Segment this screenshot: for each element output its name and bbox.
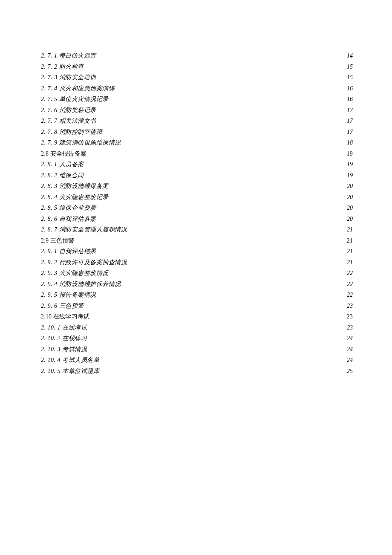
toc-entry[interactable]: 2. 9. 6 三色预警23 — [41, 301, 353, 312]
toc-leader-dots — [98, 106, 346, 112]
toc-entry-page: 25 — [345, 366, 353, 377]
toc-entry-number: 2. 7. 7 — [41, 118, 58, 124]
toc-entry[interactable]: 2. 9. 4 消防设施维护保养情况22 — [41, 279, 353, 290]
toc-entry[interactable]: 2. 7. 5 单位火灾情况记录16 — [41, 94, 353, 105]
toc-entry-page: 24 — [345, 333, 353, 344]
toc-entry[interactable]: 2. 8. 4 火灾隐患整改记录20 — [41, 192, 353, 203]
toc-entry[interactable]: 2. 8. 2 维保合同19 — [41, 170, 353, 181]
toc-leader-dots — [123, 139, 346, 145]
toc-entry[interactable]: 2. 8. 7 消防安全管理人履职情况21 — [41, 224, 353, 235]
toc-entry-number: 2. 8. 3 — [41, 183, 58, 189]
toc-entry[interactable]: 2. 8. 3 消防设施维保备案20 — [41, 181, 353, 192]
toc-leader-dots — [110, 193, 346, 199]
toc-entry-title: 维保企业资质 — [59, 205, 96, 211]
toc-entry[interactable]: 2.10 在线学习考试23 — [41, 311, 353, 322]
toc-entry-number: 2. 7. 4 — [41, 85, 58, 92]
toc-entry-label: 2. 8. 7 消防安全管理人履职情况 — [41, 224, 129, 235]
toc-entry-label: 2.10 在线学习考试 — [41, 311, 91, 322]
toc-entry-number: 2. 8. 7 — [41, 226, 58, 233]
toc-entry-title: 每日防火巡查 — [59, 52, 96, 59]
toc-entry-label: 2. 7. 1 每日防火巡查 — [41, 50, 98, 61]
toc-entry[interactable]: 2. 8. 6 自我评估备案20 — [41, 214, 353, 225]
toc-entry-title: 报告备案情况 — [59, 292, 96, 298]
toc-entry-number: 2.8 — [41, 150, 49, 157]
toc-leader-dots — [89, 345, 345, 351]
toc-entry-page: 15 — [345, 61, 353, 72]
toc-entry-page: 16 — [345, 83, 353, 94]
toc-leader-dots — [110, 182, 346, 188]
toc-entry-title: 自我评估结果 — [59, 248, 96, 254]
toc-entry[interactable]: 2. 10. 5 本单位试题库25 — [41, 366, 353, 377]
toc-entry-title: 消防设施维保备案 — [59, 183, 109, 189]
toc-entry-number: 2. 9. 3 — [41, 270, 58, 276]
toc-entry-title: 人员备案 — [59, 161, 84, 168]
toc-entry[interactable]: 2. 9. 2 行政许可及备案抽查情况21 — [41, 257, 353, 268]
toc-leader-dots — [86, 171, 346, 177]
toc-entry-page: 22 — [345, 289, 353, 301]
toc-entry-label: 2. 9. 4 消防设施维护保养情况 — [41, 279, 123, 290]
toc-entry-label: 2. 7. 8 消防控制室值班 — [41, 127, 104, 138]
toc-entry-label: 2. 9. 1 自我评估结果 — [41, 246, 98, 257]
toc-entry[interactable]: 2. 9. 3 火灾隐患整改情况22 — [41, 268, 353, 279]
toc-entry-label: 2. 10. 2 在线练习 — [41, 333, 89, 344]
toc-entry-page: 23 — [345, 322, 353, 333]
toc-entry[interactable]: 2. 7. 3 消防安全培训15 — [41, 72, 353, 83]
toc-entry[interactable]: 2. 7. 6 消防奖惩记录17 — [41, 105, 353, 116]
toc-entry-label: 2.8 安全报告备案 — [41, 148, 88, 159]
toc-leader-dots — [104, 128, 345, 134]
toc-entry[interactable]: 2. 7. 4 灭火和应急预案演练16 — [41, 83, 353, 94]
toc-entry-title: 防火检查 — [59, 64, 84, 70]
toc-entry[interactable]: 2. 7. 2 防火检查15 — [41, 61, 353, 72]
toc-entry[interactable]: 2. 8. 1 人员备案19 — [41, 159, 353, 170]
toc-entry-number: 2. 10. 5 — [41, 368, 61, 374]
toc-entry-title: 安全报告备案 — [50, 150, 86, 157]
toc-entry[interactable]: 2.8 安全报告备案19 — [41, 148, 353, 159]
toc-entry-number: 2. 9. 2 — [41, 259, 58, 266]
toc-entry-title: 消防奖惩记录 — [59, 107, 96, 113]
toc-entry[interactable]: 2. 10. 2 在线练习24 — [41, 333, 353, 344]
toc-leader-dots — [129, 225, 345, 231]
toc-leader-dots — [98, 117, 346, 123]
toc-leader-dots — [123, 280, 346, 286]
toc-entry-label: 2. 7. 7 相关法律文书 — [41, 116, 98, 127]
toc-leader-dots — [98, 52, 346, 58]
toc-entry-label: 2. 10. 1 在线考试 — [41, 322, 89, 333]
toc-leader-dots — [101, 356, 345, 362]
toc-entry-number: 2.10 — [41, 313, 52, 320]
toc-entry-label: 2. 10. 3 考试情况 — [41, 344, 89, 355]
toc-entry-page: 21 — [345, 235, 353, 246]
toc-entry[interactable]: 2. 9. 1 自我评估结果21 — [41, 246, 353, 257]
toc-entry[interactable]: 2. 8. 5 维保企业资质20 — [41, 202, 353, 214]
toc-entry[interactable]: 2. 7. 7 相关法律文书17 — [41, 116, 353, 127]
toc-leader-dots — [86, 63, 346, 69]
toc-entry[interactable]: 2. 7. 8 消防控制室值班17 — [41, 127, 353, 138]
toc-entry-page: 15 — [345, 72, 353, 83]
toc-entry-page: 17 — [345, 105, 353, 116]
toc-entry-number: 2. 10. 1 — [41, 324, 61, 331]
toc-entry[interactable]: 2. 7. 1 每日防火巡查14 — [41, 50, 353, 61]
toc-entry-page: 24 — [345, 344, 353, 355]
toc-entry-number: 2. 7. 6 — [41, 107, 58, 113]
toc-entry-page: 20 — [345, 202, 353, 214]
toc-entry-label: 2. 8. 6 自我评估备案 — [41, 214, 98, 225]
toc-entry-label: 2. 7. 5 单位火灾情况记录 — [41, 94, 110, 105]
toc-entry-label: 2. 9. 2 行政许可及备案抽查情况 — [41, 257, 129, 268]
toc-entry-title: 考试情况 — [62, 346, 87, 353]
toc-entry-label: 2. 7. 9 建筑消防设施维保情况 — [41, 137, 123, 148]
toc-entry-number: 2. 9. 4 — [41, 281, 58, 287]
toc-entry-label: 2.9 三色预警 — [41, 235, 76, 246]
toc-entry-page: 20 — [345, 181, 353, 192]
toc-entry[interactable]: 2.9 三色预警21 — [41, 235, 353, 246]
toc-entry-number: 2. 10. 3 — [41, 346, 61, 353]
toc-entry[interactable]: 2. 10. 4 考试人员名单24 — [41, 355, 353, 366]
toc-entry[interactable]: 2. 9. 5 报告备案情况22 — [41, 289, 353, 301]
toc-entry[interactable]: 2. 10. 3 考试情况24 — [41, 344, 353, 355]
toc-entry[interactable]: 2. 7. 9 建筑消防设施维保情况18 — [41, 137, 353, 148]
toc-entry-label: 2. 8. 1 人员备案 — [41, 159, 86, 170]
toc-leader-dots — [76, 237, 345, 243]
toc-entry-title: 单位火灾情况记录 — [59, 96, 109, 102]
toc-entry-page: 19 — [345, 159, 353, 170]
toc-entry-page: 18 — [345, 137, 353, 148]
toc-entry-page: 22 — [345, 268, 353, 279]
toc-entry[interactable]: 2. 10. 1 在线考试23 — [41, 322, 353, 333]
